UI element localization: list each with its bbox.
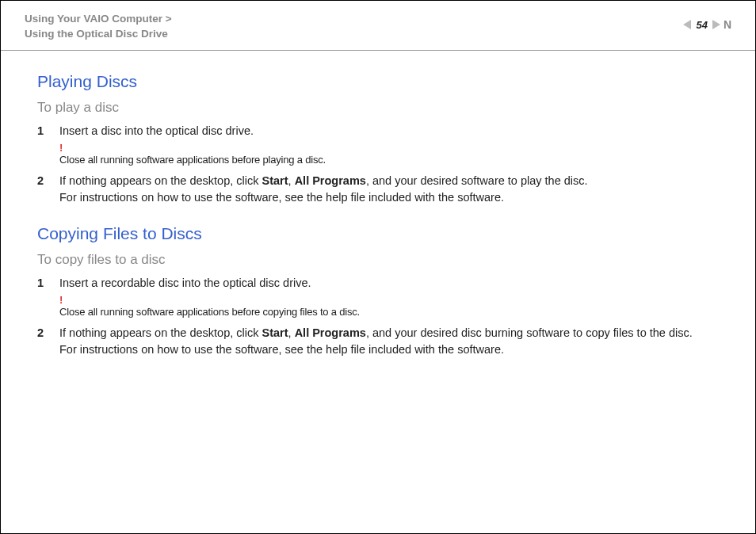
step-number: 1 — [37, 123, 48, 139]
warning-text: Close all running software applications … — [59, 153, 719, 168]
section-copying-files: Copying Files to Discs To copy files to … — [37, 222, 719, 358]
pager: 54 N — [683, 18, 731, 31]
text: , and your desired disc burning software… — [366, 326, 693, 339]
bold-text: All Programs — [295, 174, 366, 187]
warning-note: ! Close all running software application… — [59, 143, 719, 168]
text: , — [288, 326, 295, 339]
text: , and your desired software to play the … — [366, 174, 588, 187]
warning-icon: ! — [59, 143, 719, 153]
text: For instructions on how to use the softw… — [59, 191, 504, 204]
section-subtitle: To copy files to a disc — [37, 250, 719, 270]
section-title: Copying Files to Discs — [37, 222, 719, 246]
step-number: 1 — [37, 275, 48, 292]
breadcrumb-line2[interactable]: Using the Optical Disc Drive — [25, 27, 172, 42]
breadcrumb: Using Your VAIO Computer > Using the Opt… — [25, 12, 172, 42]
text: , — [288, 174, 295, 187]
text: If nothing appears on the desktop, click — [59, 174, 262, 187]
step-text: Insert a disc into the optical disc driv… — [59, 123, 719, 139]
bold-text: All Programs — [295, 326, 366, 339]
step: 2 If nothing appears on the desktop, cli… — [37, 173, 719, 206]
section-subtitle: To play a disc — [37, 98, 719, 118]
warning-text: Close all running software applications … — [59, 305, 719, 320]
step-number: 2 — [37, 325, 48, 358]
step-number: 2 — [37, 173, 48, 206]
warning-note: ! Close all running software application… — [59, 295, 719, 320]
step: 2 If nothing appears on the desktop, cli… — [37, 325, 719, 358]
step: 1 Insert a disc into the optical disc dr… — [37, 123, 719, 139]
step-text: If nothing appears on the desktop, click… — [59, 325, 719, 358]
step-text: Insert a recordable disc into the optica… — [59, 275, 719, 292]
page-header: Using Your VAIO Computer > Using the Opt… — [1, 1, 755, 51]
section-title: Playing Discs — [37, 70, 719, 93]
prev-page-icon[interactable] — [683, 20, 691, 29]
text: If nothing appears on the desktop, click — [59, 326, 262, 339]
bold-text: Start — [262, 326, 288, 339]
section-playing-discs: Playing Discs To play a disc 1 Insert a … — [37, 70, 719, 206]
warning-icon: ! — [59, 295, 719, 305]
step-text: If nothing appears on the desktop, click… — [59, 173, 719, 206]
page-number: 54 — [696, 19, 707, 31]
step: 1 Insert a recordable disc into the opti… — [37, 275, 719, 292]
text: For instructions on how to use the softw… — [59, 343, 504, 356]
n-letter: N — [724, 18, 731, 31]
bold-text: Start — [262, 174, 288, 187]
breadcrumb-line1[interactable]: Using Your VAIO Computer > — [25, 12, 172, 27]
next-page-icon[interactable] — [712, 20, 720, 29]
page-content: Playing Discs To play a disc 1 Insert a … — [1, 51, 755, 390]
